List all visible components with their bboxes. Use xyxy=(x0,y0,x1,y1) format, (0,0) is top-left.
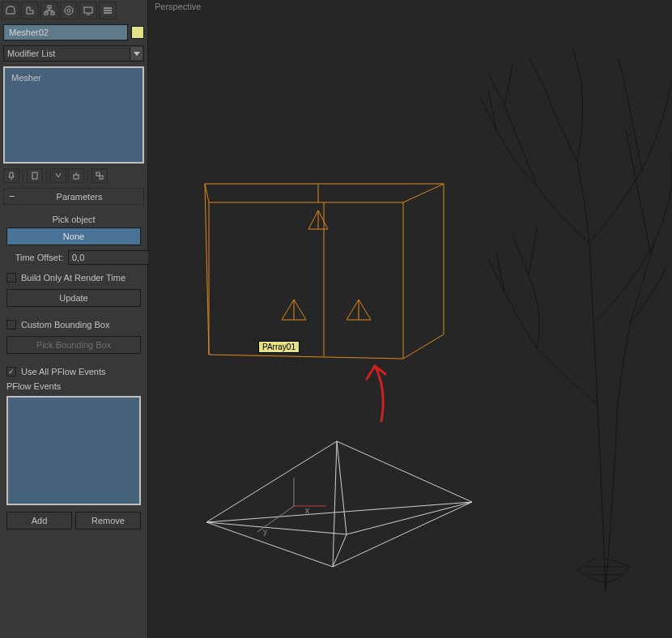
parameters-rollout-header[interactable]: − Parameters xyxy=(3,188,144,205)
pick-bbox-button: Pick Bounding Box xyxy=(6,336,141,354)
svg-point-4 xyxy=(67,9,70,12)
tree-wireframe xyxy=(480,49,672,591)
rollout-title: Parameters xyxy=(20,192,138,202)
svg-rect-8 xyxy=(100,176,103,179)
pick-object-label: Pick object xyxy=(6,211,141,228)
command-panel: Modifier List Mesher − Parameters Pick o… xyxy=(0,0,148,638)
build-only-label: Build Only At Render Time xyxy=(21,273,125,283)
custom-bbox-row[interactable]: Custom Bounding Box xyxy=(6,317,141,333)
chevron-down-icon xyxy=(130,47,142,60)
build-only-row[interactable]: Build Only At Render Time xyxy=(6,270,141,286)
svg-rect-5 xyxy=(84,7,92,13)
utilities-tab-icon[interactable] xyxy=(99,2,117,19)
svg-text:y: y xyxy=(263,527,267,536)
modifier-stack[interactable]: Mesher xyxy=(3,66,144,164)
annotation-arrow xyxy=(367,366,385,421)
use-pflow-label: Use All PFlow Events xyxy=(21,367,106,376)
stack-toolbar xyxy=(0,167,147,185)
parameters-content: Pick object None Time Offset: ▲ ▼ Build … xyxy=(0,208,147,533)
object-name-field[interactable] xyxy=(3,24,128,40)
stack-item-mesher[interactable]: Mesher xyxy=(8,71,139,84)
hierarchy-tab-icon[interactable] xyxy=(40,2,58,19)
svg-rect-1 xyxy=(45,12,48,15)
modifier-list-dropdown[interactable]: Modifier List xyxy=(3,45,144,62)
create-tab-icon[interactable] xyxy=(2,2,19,19)
use-pflow-checkbox[interactable] xyxy=(6,367,16,376)
object-color-swatch[interactable] xyxy=(131,26,144,39)
modify-tab-icon[interactable] xyxy=(21,2,39,19)
time-offset-label: Time Offset: xyxy=(6,253,63,262)
build-only-checkbox[interactable] xyxy=(6,273,16,283)
category-tabs xyxy=(0,0,147,21)
svg-rect-6 xyxy=(32,172,37,179)
custom-bbox-label: Custom Bounding Box xyxy=(21,320,109,330)
parray-bbox xyxy=(205,184,444,359)
rollout-toggle-icon: − xyxy=(9,190,20,202)
use-pflow-row[interactable]: Use All PFlow Events xyxy=(6,364,141,380)
object-label-parray: PArray01 xyxy=(258,341,300,353)
configure-sets-icon[interactable] xyxy=(91,168,108,183)
pin-stack-icon[interactable] xyxy=(3,168,19,183)
svg-text:x: x xyxy=(305,506,309,515)
name-color-row xyxy=(0,21,147,44)
pyramid-wireframe xyxy=(206,441,472,567)
viewport-scene: x y xyxy=(148,0,672,638)
add-button[interactable]: Add xyxy=(6,512,72,530)
custom-bbox-checkbox[interactable] xyxy=(6,320,16,330)
remove-modifier-icon[interactable] xyxy=(68,168,84,183)
show-end-result-icon[interactable] xyxy=(27,168,43,183)
viewport[interactable]: Perspective xyxy=(148,0,672,638)
pick-object-button[interactable]: None xyxy=(6,228,141,245)
update-button[interactable]: Update xyxy=(6,289,141,307)
motion-tab-icon[interactable] xyxy=(60,2,78,19)
svg-rect-7 xyxy=(96,172,100,176)
svg-rect-2 xyxy=(51,12,54,15)
svg-point-3 xyxy=(65,6,73,15)
modifier-list-label: Modifier List xyxy=(7,49,55,58)
pflow-events-label: PFlow Events xyxy=(6,380,141,393)
display-tab-icon[interactable] xyxy=(79,2,97,19)
make-unique-icon[interactable] xyxy=(50,168,66,183)
remove-button[interactable]: Remove xyxy=(75,512,141,530)
pflow-events-listbox[interactable] xyxy=(6,396,141,505)
svg-rect-0 xyxy=(48,6,51,8)
